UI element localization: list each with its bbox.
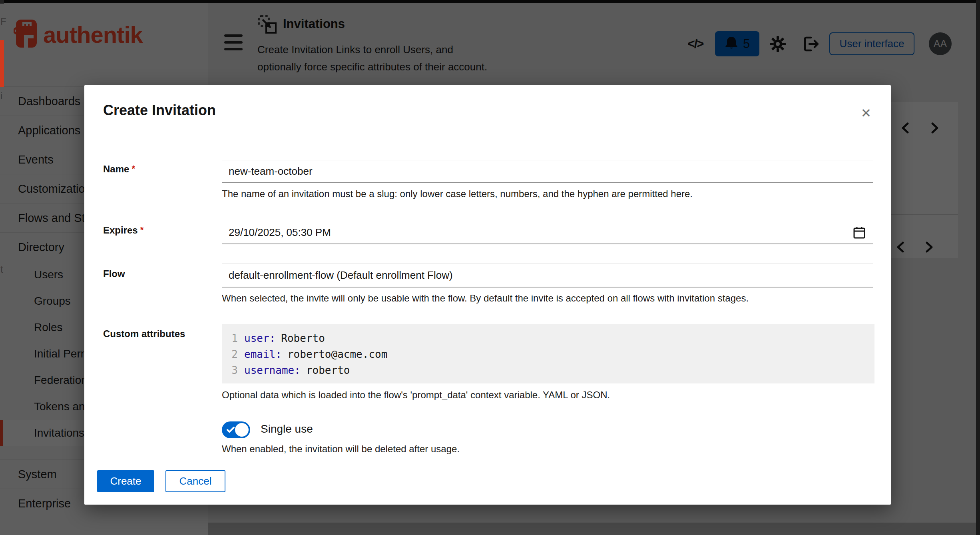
yaml-key: user:: [244, 332, 275, 344]
single-use-label: Single use: [261, 423, 313, 435]
custom-attributes-label: Custom attributes: [103, 328, 215, 339]
expires-label: Expires*: [103, 225, 215, 236]
custom-attributes-helper-text: Optional data which is loaded into the f…: [222, 389, 869, 401]
name-label: Name*: [103, 164, 215, 175]
expires-datetime-field: [222, 221, 873, 244]
code-line: 3 username: roberto: [222, 362, 874, 378]
toggle-knob: [235, 423, 249, 437]
create-invitation-modal: Create Invitation ✕ Name* The name of an…: [84, 85, 891, 505]
code-line: 2 email: roberto@acme.com: [222, 346, 874, 362]
sliver-text-fragment: i: [0, 90, 2, 102]
cancel-button[interactable]: Cancel: [165, 470, 225, 492]
required-asterisk: *: [131, 164, 135, 174]
yaml-value: roberto@acme.com: [287, 348, 387, 360]
line-number: 2: [222, 348, 238, 360]
check-icon: [226, 426, 235, 434]
single-use-helper-text: When enabled, the invitation will be del…: [222, 443, 869, 455]
name-helper-text: The name of an invitation must be a slug…: [222, 188, 869, 200]
yaml-key: email:: [244, 348, 282, 360]
app-window: authentik Dashboards Applications Events…: [0, 0, 976, 535]
calendar-icon[interactable]: [853, 226, 865, 241]
sliver-text-fragment: t: [0, 264, 3, 275]
code-line: 1 user: Roberto: [222, 330, 874, 346]
sliver-top-strip: [0, 0, 4, 4]
custom-attributes-code-editor[interactable]: 1 user: Roberto 2 email: roberto@acme.co…: [222, 324, 874, 383]
expires-input[interactable]: [222, 221, 873, 244]
flow-label: Flow: [103, 268, 215, 279]
close-icon[interactable]: ✕: [857, 104, 875, 122]
required-asterisk: *: [140, 225, 144, 235]
yaml-value: roberto: [306, 364, 350, 376]
sliver-red-block: [0, 40, 4, 87]
flow-helper-text: When selected, the invite will only be u…: [222, 292, 869, 304]
yaml-key: username:: [244, 364, 301, 376]
create-button[interactable]: Create: [97, 470, 154, 492]
single-use-toggle[interactable]: [222, 421, 250, 438]
sliver-text-fragment: F: [0, 16, 4, 27]
flow-select-input[interactable]: [222, 263, 873, 287]
yaml-value: Roberto: [281, 332, 325, 344]
modal-title: Create Invitation: [103, 102, 216, 119]
line-number: 3: [222, 364, 238, 376]
line-number: 1: [222, 332, 238, 344]
name-input[interactable]: [222, 160, 873, 183]
